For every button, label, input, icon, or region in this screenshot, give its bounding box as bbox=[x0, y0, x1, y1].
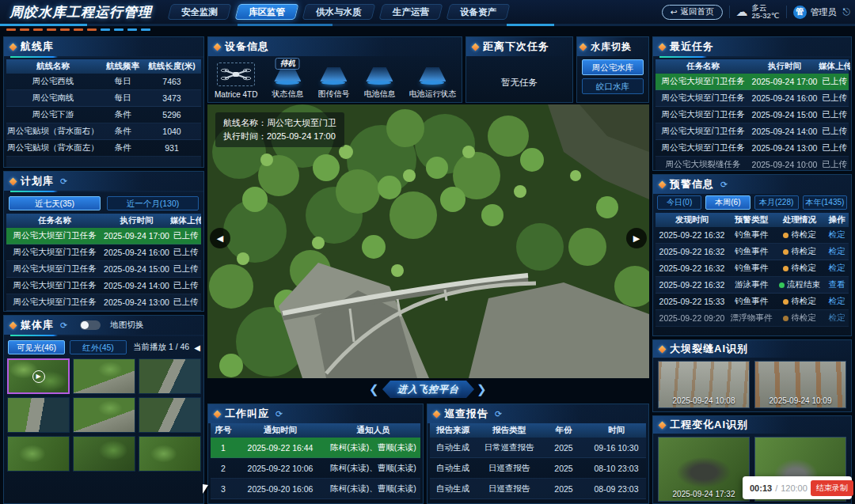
nav-tab-operations[interactable]: 生产运营 bbox=[378, 4, 443, 20]
tab-infrared[interactable]: 红外(45) bbox=[70, 340, 127, 354]
tab-visible-light[interactable]: 可见光(46) bbox=[8, 340, 65, 354]
nav-tab-water-supply[interactable]: 供水与水质 bbox=[302, 4, 375, 20]
table-row-selected[interactable]: 周公宅大坝至门卫任务2025-09-24 17:00已上传 bbox=[6, 228, 201, 244]
alert-row[interactable]: 2025-09-22 15:33钓鱼事件 待检定 检定 bbox=[656, 294, 849, 310]
media-thumbnail[interactable] bbox=[139, 436, 201, 472]
panel-arrow-icon bbox=[214, 410, 222, 418]
table-row[interactable]: 自动生成日巡查报告202508-10 23:03 bbox=[430, 458, 646, 479]
crack-image[interactable]: 2025-09-24 10:08 bbox=[658, 361, 750, 408]
crack-image[interactable]: 2025-09-24 10:09 bbox=[754, 361, 846, 408]
verify-link[interactable]: 检定 bbox=[825, 313, 849, 324]
dam-crack-ai-panel: 大坝裂缝AI识别 2025-09-24 10:08 2025-09-24 10:… bbox=[652, 339, 852, 412]
device-name: Matrice 4TD bbox=[215, 90, 257, 99]
left-chevron-icon: ❮ bbox=[369, 381, 379, 398]
table-row[interactable]: 周公宅大坝裂缝任务2025-09-24 10:00已上传 bbox=[656, 157, 849, 171]
work-call-table-header: 序号 通知时间 通知人员 bbox=[211, 423, 420, 438]
media-thumbnail[interactable] bbox=[73, 397, 135, 433]
verify-link[interactable]: 检定 bbox=[825, 296, 849, 307]
signal-info-item[interactable]: 图传信号 bbox=[317, 63, 349, 100]
status-info-item[interactable]: 待机 状态信息 bbox=[272, 63, 303, 100]
weather-temp: 25-32℃ bbox=[752, 11, 780, 20]
table-row[interactable]: 周公宅大坝至门卫任务2025-09-24 16:00已上传 bbox=[656, 90, 849, 107]
status-dot bbox=[783, 266, 788, 271]
tab-last-month[interactable]: 近一个月(130) bbox=[107, 196, 199, 210]
table-row[interactable]: 周公宅大坝至门卫任务2025-09-24 14:00已上传 bbox=[6, 278, 201, 294]
view-link[interactable]: 查看 bbox=[825, 279, 849, 290]
panel-title: 距离下次任务 bbox=[483, 40, 549, 54]
media-thumbnail-selected[interactable]: ▶ bbox=[7, 358, 70, 394]
panel-arrow-icon bbox=[10, 43, 17, 51]
next-task-panel: 距离下次任务 暂无任务 bbox=[466, 36, 573, 103]
drone-icon bbox=[220, 66, 252, 83]
table-row[interactable]: 周公宅大坝至门卫任务2025-09-24 16:00已上传 bbox=[6, 244, 201, 261]
media-thumbnail[interactable] bbox=[73, 358, 135, 394]
tab-this-week[interactable]: 本周(6) bbox=[705, 195, 750, 210]
drone-device[interactable]: Matrice 4TD bbox=[215, 63, 257, 99]
media-thumbnail[interactable] bbox=[139, 397, 201, 433]
verify-link[interactable]: 检定 bbox=[825, 263, 849, 274]
no-task-text: 暂无任务 bbox=[466, 77, 572, 89]
panel-header: 媒体库 ⟳ 地图切换 bbox=[4, 316, 203, 335]
table-row[interactable]: 32025-09-20 16:06陈柯(未读)、曹顺(未读) bbox=[211, 479, 420, 499]
table-row[interactable]: 自动生成日巡查报告202508-09 23:03 bbox=[430, 479, 646, 499]
table-row[interactable]: 自动生成日常巡查报告202509-16 10:30 bbox=[430, 438, 646, 458]
nav-tab-reservoir-area[interactable]: 库区监管 bbox=[235, 4, 299, 20]
clipped-table-row bbox=[6, 157, 201, 168]
stop-recording-button[interactable]: 结束录制 bbox=[811, 480, 853, 496]
table-row-selected[interactable]: 12025-09-22 16:44陈柯(未读)、曹顺(未读) bbox=[211, 438, 420, 458]
table-row[interactable]: 周公宅大坝至门卫任务2025-09-24 13:00已上传 bbox=[6, 294, 201, 311]
enter-flight-platform-button[interactable]: 进入飞控平台 bbox=[382, 381, 474, 398]
table-row[interactable]: 周公宅贴坝（背水面左）条件931 bbox=[6, 140, 201, 157]
video-next-icon[interactable]: ▶ bbox=[626, 228, 647, 248]
table-row[interactable]: 周公宅下游条件5296 bbox=[6, 107, 201, 123]
video-info-overlay: 航线名称：周公宅大坝至门卫 执行时间：2025-09-24 17:00 bbox=[215, 112, 344, 147]
media-thumbnail[interactable] bbox=[139, 358, 201, 394]
table-row[interactable]: 周公宅大坝至门卫任务2025-09-24 15:00已上传 bbox=[656, 107, 849, 123]
panel-arrow-icon bbox=[659, 345, 667, 353]
alert-row[interactable]: 2025-09-22 16:32钓鱼事件 待检定 检定 bbox=[656, 227, 849, 244]
alert-row[interactable]: 2025-09-22 16:32钓鱼事件 待检定 检定 bbox=[656, 244, 849, 260]
media-thumbnail[interactable] bbox=[73, 436, 135, 472]
table-row[interactable]: 周公宅西线每日7463 bbox=[6, 74, 201, 90]
media-thumbnail[interactable] bbox=[7, 397, 70, 433]
logout-icon[interactable]: ⎋ bbox=[843, 6, 851, 17]
table-row[interactable]: 周公宅大坝至门卫任务2025-09-24 14:00已上传 bbox=[656, 123, 849, 140]
table-row[interactable]: 周公宅大坝至门卫任务2025-09-24 13:00已上传 bbox=[656, 140, 849, 157]
reservoir-option-jiaokou[interactable]: 皎口水库 bbox=[582, 78, 644, 94]
prev-media-icon[interactable]: ◀ bbox=[194, 343, 200, 352]
drone-video-feed[interactable]: 航线名称：周公宅大坝至门卫 执行时间：2025-09-24 17:00 ◀ ▶ bbox=[207, 104, 649, 378]
reservoir-option-zhougongzhai[interactable]: 周公宅水库 bbox=[582, 59, 644, 75]
nav-tab-assets[interactable]: 设备资产 bbox=[446, 4, 510, 20]
table-row[interactable]: 22025-09-22 10:06陈柯(未读)、曹顺(未读) bbox=[211, 458, 420, 479]
tab-this-month[interactable]: 本月(228) bbox=[754, 195, 799, 210]
map-toggle-switch[interactable] bbox=[80, 320, 101, 330]
nav-tab-safety[interactable]: 安全监测 bbox=[168, 4, 232, 20]
user-menu[interactable]: 管 管理员 bbox=[793, 6, 837, 19]
table-row[interactable]: 周公宅南线每日3473 bbox=[6, 90, 201, 107]
alert-row[interactable]: 2025-09-22 16:32钓鱼事件 待检定 检定 bbox=[656, 260, 849, 277]
panel-arrow-icon bbox=[214, 43, 222, 51]
verify-link[interactable]: 检定 bbox=[825, 229, 849, 241]
pedestal-icon bbox=[419, 67, 446, 85]
media-thumbnail[interactable] bbox=[7, 436, 70, 472]
tab-last-7-days[interactable]: 近七天(35) bbox=[9, 196, 101, 210]
tab-today[interactable]: 今日(0) bbox=[657, 195, 701, 210]
table-row[interactable]: 周公宅大坝至门卫任务2025-09-24 15:00已上传 bbox=[6, 261, 201, 278]
tab-this-year[interactable]: 本年(1435) bbox=[803, 195, 847, 210]
change-image[interactable]: 2025-09-24 17:32 bbox=[658, 437, 750, 502]
video-prev-icon[interactable]: ◀ bbox=[210, 228, 230, 248]
title-underline bbox=[659, 56, 851, 58]
alerts-panel: 预警信息 ⟳ 今日(0) 本周(6) 本月(228) 本年(1435) 发现时间… bbox=[652, 174, 852, 336]
battery-info-item[interactable]: 电池信息 bbox=[363, 63, 395, 100]
back-home-button[interactable]: ↩ 返回首页 bbox=[662, 5, 723, 20]
panel-title: 工作叫应 bbox=[225, 407, 269, 421]
table-row[interactable]: 周公宅贴坝（背水面右）条件1040 bbox=[6, 123, 201, 140]
alert-row[interactable]: 2025-09-22 09:20漂浮物事件 待检定 检定 bbox=[656, 310, 849, 327]
recording-bar: 00:13 / 120:00 结束录制 bbox=[743, 476, 852, 499]
verify-link[interactable]: 检定 bbox=[825, 246, 849, 257]
alert-row[interactable]: 2025-09-22 16:32游泳事件 流程结束 查看 bbox=[656, 277, 849, 294]
battery-status-item[interactable]: 电池运行状态 bbox=[409, 63, 455, 100]
panel-title: 工程变化AI识别 bbox=[670, 418, 748, 432]
table-row-selected[interactable]: 周公宅大坝至门卫任务2025-09-24 17:00已上传 bbox=[656, 74, 849, 90]
panel-arrow-icon bbox=[10, 321, 17, 329]
